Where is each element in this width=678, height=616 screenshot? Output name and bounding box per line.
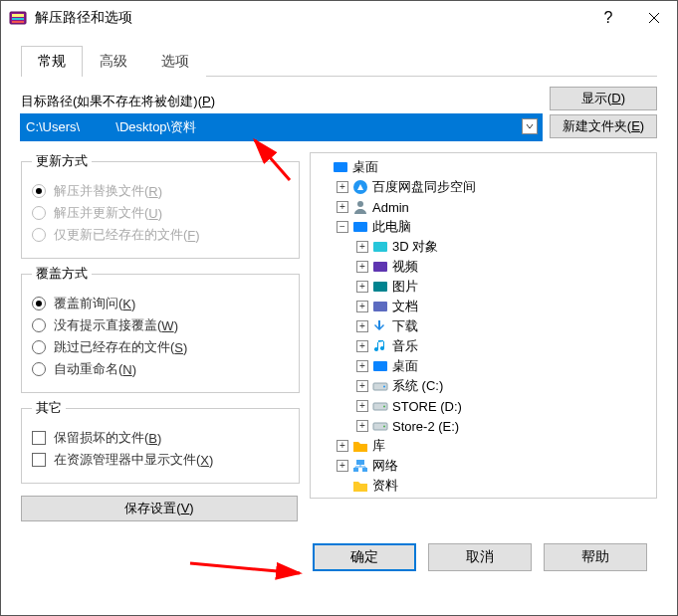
- svg-rect-22: [353, 468, 358, 472]
- tree-node[interactable]: +视频: [313, 257, 654, 277]
- no-expander: [337, 480, 348, 492]
- checkbox-icon: [32, 431, 46, 445]
- 3d-icon: [372, 239, 388, 255]
- cancel-button[interactable]: 取消: [428, 543, 532, 571]
- svg-rect-10: [373, 242, 387, 252]
- tree-node[interactable]: +桌面: [313, 356, 654, 376]
- chevron-down-icon: [526, 122, 534, 130]
- checkbox-icon: [32, 453, 46, 467]
- expand-icon[interactable]: +: [337, 181, 348, 193]
- tree-node[interactable]: +系统 (C:): [313, 376, 654, 396]
- window-title: 解压路径和选项: [35, 9, 132, 27]
- expand-icon[interactable]: +: [356, 241, 368, 253]
- tree-node[interactable]: +图片: [313, 277, 654, 297]
- other-group: 其它 保留损坏的文件(B) 在资源管理器中显示文件(X): [21, 399, 300, 484]
- tree-node[interactable]: 资料: [313, 476, 654, 496]
- tab-options[interactable]: 选项: [144, 46, 206, 77]
- tab-general[interactable]: 常规: [21, 46, 83, 77]
- desktop-icon: [333, 159, 348, 175]
- desktop-icon: [372, 358, 388, 374]
- radio-icon: [32, 228, 46, 242]
- tree-node-label: 系统 (C:): [392, 377, 443, 395]
- pc-icon: [352, 219, 368, 235]
- display-button[interactable]: 显示(D): [550, 87, 657, 110]
- expand-icon[interactable]: +: [356, 340, 368, 352]
- tree-node[interactable]: +网络: [313, 456, 654, 476]
- tree-node[interactable]: +文档: [313, 297, 654, 316]
- expand-icon[interactable]: +: [337, 440, 348, 452]
- video-icon: [372, 259, 388, 275]
- svg-rect-6: [334, 162, 347, 172]
- user-icon: [352, 199, 368, 215]
- expand-icon[interactable]: +: [356, 400, 368, 412]
- tree-node[interactable]: −此电脑: [313, 217, 654, 237]
- overwrite-rename-option[interactable]: 自动重命名(N): [32, 360, 289, 378]
- tree-node-label: 文档: [392, 298, 418, 315]
- svg-rect-13: [373, 302, 387, 311]
- collapse-icon[interactable]: −: [337, 221, 348, 233]
- svg-rect-3: [12, 21, 24, 23]
- close-icon: [648, 12, 660, 24]
- no-expander: [317, 161, 329, 173]
- svg-point-16: [383, 386, 385, 388]
- folder-tree[interactable]: 桌面+百度网盘同步空间+Admin−此电脑+3D 对象+视频+图片+文档+下载+…: [310, 152, 657, 499]
- music-icon: [372, 338, 388, 354]
- expand-icon[interactable]: +: [356, 281, 368, 293]
- update-existing-option[interactable]: 仅更新已经存在的文件(F): [32, 226, 289, 244]
- tab-advanced[interactable]: 高级: [83, 46, 144, 77]
- tree-node-label: 此电脑: [372, 218, 411, 236]
- overwrite-ask-option[interactable]: 覆盖前询问(K): [32, 295, 289, 312]
- new-folder-button[interactable]: 新建文件夹(E): [550, 114, 657, 138]
- help-button[interactable]: ?: [585, 3, 631, 33]
- update-replace-option[interactable]: 解压并替换文件(R): [32, 182, 289, 200]
- expand-icon[interactable]: +: [356, 420, 368, 432]
- radio-icon: [32, 184, 46, 198]
- update-update-option[interactable]: 解压并更新文件(U): [32, 204, 289, 222]
- overwrite-skip-option[interactable]: 跳过已经存在的文件(S): [32, 338, 289, 356]
- overwrite-mode-legend: 覆盖方式: [32, 265, 92, 283]
- tree-node[interactable]: +Store-2 (E:): [313, 416, 654, 436]
- overwrite-mode-group: 覆盖方式 覆盖前询问(K) 没有提示直接覆盖(W) 跳过已经存在的文件(S) 自…: [21, 265, 300, 393]
- save-settings-button[interactable]: 保存设置(V): [21, 496, 298, 521]
- help-dialog-button[interactable]: 帮助: [544, 543, 647, 571]
- svg-rect-14: [373, 361, 387, 371]
- tree-node[interactable]: +3D 对象: [313, 237, 654, 257]
- tree-node[interactable]: +Admin: [313, 197, 654, 217]
- expand-icon[interactable]: +: [356, 301, 368, 312]
- svg-point-20: [383, 426, 385, 428]
- radio-icon: [32, 297, 46, 310]
- tree-node-label: 音乐: [392, 337, 418, 355]
- expand-icon[interactable]: +: [356, 261, 368, 273]
- expand-icon[interactable]: +: [356, 360, 368, 372]
- show-in-explorer-option[interactable]: 在资源管理器中显示文件(X): [32, 451, 289, 469]
- docs-icon: [372, 299, 388, 314]
- svg-rect-23: [362, 468, 367, 472]
- tree-node-label: 下载: [392, 317, 418, 335]
- tree-node-label: 视频: [392, 258, 418, 276]
- expand-icon[interactable]: +: [356, 320, 368, 332]
- other-legend: 其它: [32, 399, 66, 417]
- tree-node[interactable]: 桌面: [313, 157, 654, 177]
- tree-node-label: Admin: [372, 200, 409, 215]
- titlebar: 解压路径和选项 ?: [1, 1, 677, 35]
- overwrite-silent-option[interactable]: 没有提示直接覆盖(W): [32, 316, 289, 334]
- expand-icon[interactable]: +: [356, 380, 368, 392]
- close-button[interactable]: [631, 3, 677, 33]
- tree-node[interactable]: +音乐: [313, 336, 654, 356]
- drive-c-icon: [372, 378, 388, 394]
- keep-broken-option[interactable]: 保留损坏的文件(B): [32, 429, 289, 447]
- extraction-dialog: 解压路径和选项 ? 常规 高级 选项 目标路径(如果不存在将被创建)(P) 显示…: [0, 0, 678, 616]
- tree-node[interactable]: +STORE (D:): [313, 396, 654, 416]
- tree-node-label: 桌面: [392, 357, 418, 375]
- expand-icon[interactable]: +: [337, 201, 348, 213]
- tree-node-label: 资料: [372, 477, 398, 495]
- tree-node-label: Store-2 (E:): [392, 419, 459, 434]
- destination-path-input[interactable]: [21, 114, 542, 140]
- destination-path-combobox[interactable]: [21, 114, 542, 140]
- tree-node[interactable]: +下载: [313, 316, 654, 336]
- tree-node[interactable]: +库: [313, 436, 654, 456]
- dropdown-button[interactable]: [522, 118, 538, 134]
- tree-node[interactable]: +百度网盘同步空间: [313, 177, 654, 197]
- ok-button[interactable]: 确定: [313, 543, 416, 571]
- expand-icon[interactable]: +: [337, 460, 348, 472]
